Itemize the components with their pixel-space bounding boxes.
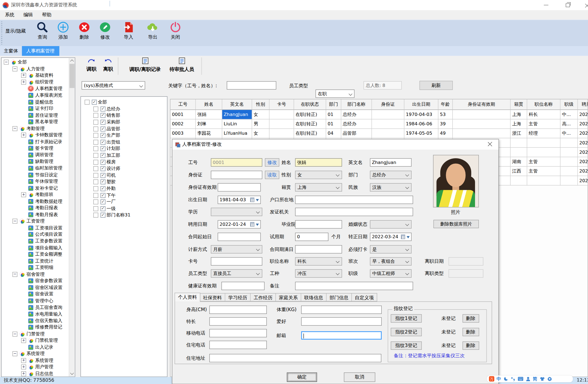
fingerprint-delete-button[interactable]: 删除 — [462, 328, 479, 336]
modify-button[interactable]: 修改 — [96, 21, 114, 45]
transfer-records-button[interactable]: 调职/离职记录 — [124, 57, 166, 73]
cancel-button[interactable]: 取消 — [344, 372, 375, 382]
tree-expander-icon[interactable] — [93, 200, 98, 205]
col-header[interactable]: 英文名 — [222, 99, 252, 110]
native-place-select[interactable]: 上海 — [295, 183, 342, 192]
sidebar-tree-item[interactable]: 宿舍参数设置 — [1, 278, 69, 284]
tree-expander-icon[interactable] — [93, 120, 98, 125]
sidebar-tree-item[interactable]: 打卡原始记录 — [1, 139, 69, 145]
tree-expander-icon[interactable] — [12, 351, 17, 356]
sidebar-tree-item[interactable]: 考勤排班 — [1, 192, 69, 198]
tree-expander-icon[interactable] — [21, 73, 26, 78]
tree-expander-icon[interactable] — [93, 160, 98, 165]
tree-expander-icon[interactable] — [93, 133, 98, 138]
department-tree-item[interactable]: 总经办 — [81, 106, 167, 112]
tab-family[interactable]: 家庭关系 — [276, 293, 301, 301]
tree-expander-icon[interactable] — [21, 338, 26, 343]
sidebar-tree-item[interactable]: 系统管理 — [1, 357, 69, 364]
ok-button[interactable]: 确定 — [287, 372, 317, 382]
work-type-select[interactable]: 冲压 — [295, 269, 342, 278]
sidebar-tree-item[interactable]: 工资参数设置 — [1, 238, 69, 245]
person-icon[interactable] — [526, 377, 531, 382]
issue-org-input[interactable] — [295, 208, 413, 216]
tree-expander-icon[interactable] — [12, 272, 17, 277]
department-tree-item[interactable]: 部门名称31 — [81, 212, 167, 219]
department-tree-item[interactable]: 加工部 — [81, 152, 167, 159]
shirt-icon[interactable] — [540, 377, 545, 381]
weight-input[interactable] — [301, 306, 382, 314]
sidebar-tree-item[interactable]: 日志信息 — [1, 370, 69, 377]
department-tree-item[interactable]: 下午 — [81, 192, 167, 199]
sidebar-tree-item[interactable]: 考勤数据处理 — [1, 198, 69, 205]
checkbox-checked-icon[interactable] — [101, 173, 106, 178]
resign-button[interactable]: 离职 — [101, 58, 116, 72]
sidebar-tree-item[interactable]: 人力管理 — [1, 65, 69, 72]
sidebar-tree-item[interactable]: 节假日设定 — [1, 172, 69, 178]
department-tree-item[interactable]: 模房 — [81, 159, 167, 165]
checkbox-checked-icon[interactable] — [101, 113, 106, 118]
department-tree-item[interactable]: 外勤 — [81, 185, 167, 192]
emp-type-select[interactable]: 直接员工 — [211, 269, 262, 278]
sidebar-tree-item[interactable]: 签卡管理 — [1, 145, 69, 152]
tab-social-security[interactable]: 社保资料 — [200, 293, 225, 301]
sidebar-tree-item[interactable]: 住宿天数输入 — [1, 317, 69, 324]
sidebar-tree-item[interactable]: 管理中心 — [1, 298, 69, 304]
department-tree-item[interactable]: 一厂 — [81, 199, 167, 205]
id-valid-input[interactable] — [218, 183, 261, 192]
col-header[interactable]: 职位名称 — [527, 99, 560, 110]
ime-chinese-mode-icon[interactable]: 中 — [497, 376, 501, 382]
moon-icon[interactable] — [503, 377, 508, 382]
col-header[interactable]: 身份证有效期 — [453, 99, 510, 110]
tree-expander-icon[interactable] — [21, 365, 26, 370]
leave-date-input[interactable] — [449, 257, 483, 266]
sidebar-tree-item[interactable]: 出入记录 — [1, 344, 69, 351]
table-row[interactable]: 0001 张娟 ZhangJuan 女 在职(转正) 01 总经办 1970-0… — [170, 110, 588, 119]
sidebar-scrollbar[interactable] — [69, 58, 75, 377]
col-header[interactable]: 性别 — [252, 99, 270, 110]
col-header[interactable]: 工号 — [170, 99, 196, 110]
department-tree-item[interactable]: 设计师 — [81, 165, 167, 172]
search-button[interactable]: 查询 — [33, 21, 52, 45]
col-header[interactable]: 籍贯 — [511, 99, 527, 110]
hire-date-picker[interactable]: 2022-01-24 — [218, 220, 261, 229]
format-select[interactable]: (sys)系统格式 — [82, 81, 145, 89]
pending-approval-button[interactable]: 待审批人员 — [165, 57, 199, 73]
col-header[interactable]: 在职状态 — [294, 99, 326, 110]
ime-logo-icon[interactable]: 万 — [489, 376, 494, 382]
checkbox-checked-icon[interactable] — [101, 193, 106, 198]
tab-personal-info[interactable]: 个人资料 — [175, 293, 200, 302]
checkbox-checked-icon[interactable] — [101, 206, 106, 211]
col-header[interactable]: 部门 — [326, 99, 341, 110]
card-no-input[interactable] — [211, 257, 262, 266]
keyboard-icon[interactable] — [518, 377, 524, 381]
sidebar-tree-item[interactable]: 系统管理 — [1, 351, 69, 357]
restore-button[interactable] — [560, 0, 575, 10]
tree-expander-icon[interactable] — [93, 213, 98, 218]
sidebar-tree-item[interactable]: 组织管理 — [1, 79, 69, 85]
checkbox-checked-icon[interactable] — [101, 180, 106, 185]
department-tree-item[interactable]: 销售部 — [81, 112, 167, 119]
col-header[interactable]: 卡号 — [270, 99, 294, 110]
sidebar-tree-item[interactable]: 居住证管理 — [1, 112, 69, 119]
sidebar-tree-item[interactable]: 人事档案管理 — [1, 85, 69, 92]
menu-system[interactable]: 系统 — [5, 12, 14, 18]
checkbox-checked-icon[interactable] — [101, 166, 106, 171]
table-row[interactable]: 0002 刘琳 LiuLin 男 在职(转正) 01 总经办 1984-06-0… — [170, 119, 588, 129]
transfer-button[interactable]: 调职 — [84, 58, 99, 72]
toggle-sidebar-button[interactable]: 显示/隐藏 — [5, 28, 26, 34]
specialty-input[interactable] — [209, 317, 267, 325]
scroll-up-icon[interactable] — [70, 59, 74, 63]
sidebar-tree-item[interactable]: 年休假管理 — [1, 178, 69, 185]
sidebar-tree-item[interactable]: 门禁管理 — [1, 331, 69, 337]
health-cert-input[interactable] — [222, 282, 265, 290]
sidebar-tree-item[interactable]: 用户管理 — [1, 364, 69, 370]
fingerprint-delete-button[interactable]: 删除 — [462, 341, 479, 350]
regular-date-picker[interactable]: 2022-03-24 — [370, 233, 412, 241]
position-select[interactable]: 科长 — [295, 257, 342, 266]
sidebar-tree-item[interactable]: 宿舍区域设置 — [1, 284, 69, 291]
menu-help[interactable]: 帮助 — [42, 12, 51, 18]
tree-expander-icon[interactable] — [21, 358, 26, 363]
tree-expander-icon[interactable] — [12, 67, 17, 71]
tree-expander-icon[interactable] — [12, 126, 17, 131]
department-tree-item[interactable]: 全部 — [81, 99, 167, 105]
